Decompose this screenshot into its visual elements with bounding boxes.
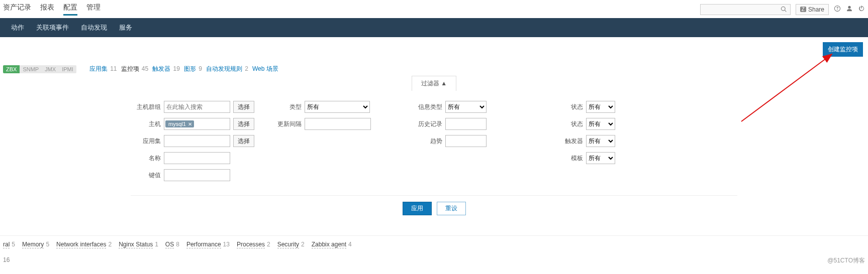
top-menu-asset[interactable]: 资产记录 [3,3,31,16]
subnav-services[interactable]: 服务 [113,18,138,37]
filter-toggle: 过滤器 ▲ [0,76,868,91]
template-label: 模板 [553,154,583,163]
cat-memory[interactable]: Memory5 [22,241,49,248]
top-menu-config[interactable]: 配置 [63,3,77,16]
appset-input[interactable] [164,135,230,147]
sub-nav: 动作 关联项事件 自动发现 服务 [0,18,868,37]
hostgroup-label: 主机群组 [131,103,161,111]
interval-input[interactable] [305,118,371,130]
subnav-correlation[interactable]: 关联项事件 [30,18,75,37]
filter-trigger: 触发器 所有 [553,135,663,147]
top-right: Z Share [700,4,865,15]
filter-key: 键值 [131,169,261,181]
filter-trend: 趋势 [412,135,543,147]
filter-host: 主机 mysql1✕ 选择 [131,118,261,130]
help-icon[interactable] [834,5,841,14]
filter-history: 历史记录 [412,118,543,130]
watermark: @51CTO博客 [827,256,865,265]
infotype-select[interactable]: 所有 [445,101,487,113]
filter-status: 状态 所有 [553,101,663,113]
appset-select-button[interactable]: 选择 [233,135,254,147]
host-tag-chip: mysql1✕ [165,120,194,127]
tab-graphs[interactable]: 图形 9 [184,65,202,73]
bottom-line: 16 @51CTO博客 [0,253,868,268]
key-input[interactable] [164,169,230,181]
top-menu-admin[interactable]: 管理 [86,3,101,16]
filter-hostgroup: 主机群组 选择 [131,101,261,113]
filter-template: 模板 所有 [553,152,663,164]
filter-state: 状态 所有 [553,118,663,130]
hostgroup-input[interactable] [164,101,230,113]
cat-os[interactable]: OS8 [165,241,179,248]
filter-toggle-button[interactable]: 过滤器 ▲ [412,76,456,91]
tab-discovery-rules[interactable]: 自动发现规则 2 [206,65,248,73]
name-input[interactable] [164,152,230,164]
trigger-select[interactable]: 所有 [586,135,615,147]
search-icon [781,6,787,13]
state-label: 状态 [553,120,583,128]
top-menu-report[interactable]: 报表 [40,3,54,16]
cat-nginx[interactable]: Nginx Status1 [119,241,158,248]
create-item-button[interactable]: 创建监控项 [823,42,863,57]
jmx-badge: JMX [42,65,59,73]
trigger-label: 触发器 [553,137,583,146]
type-select[interactable]: 所有 [305,101,370,113]
apply-button[interactable]: 应用 [403,202,432,215]
host-type-row: ZBX SNMP JMX IPMI 应用集 11 监控项 45 触发器 19 图… [0,62,868,77]
cat-processes[interactable]: Processes2 [237,241,270,248]
interface-badges: ZBX SNMP JMX IPMI [3,65,76,73]
cat-ral[interactable]: ral5 [3,241,15,248]
status-label: 状态 [553,103,583,111]
z-icon: Z [800,7,806,12]
tab-items[interactable]: 监控项 45 [121,65,149,73]
category-stats: ral5 Memory5 Network interfaces2 Nginx S… [0,235,868,253]
power-icon[interactable] [858,5,865,14]
tab-web-scenarios[interactable]: Web 场景 [252,65,278,73]
infotype-label: 信息类型 [412,103,442,111]
tab-applications[interactable]: 应用集 11 [89,65,117,73]
subnav-discovery[interactable]: 自动发现 [75,18,113,37]
filter-type: 类型 所有 [271,101,402,113]
zbx-badge: ZBX [3,65,20,73]
filter-actions: 应用 重设 [131,195,737,215]
toolbar: 创建监控项 [0,37,868,62]
host-label: 主机 [131,120,161,128]
trend-input[interactable] [445,135,487,147]
filter-panel: 主机群组 选择 类型 所有 信息类型 所有 状态 所有 主机 mysql1✕ 选… [0,91,868,220]
state-select[interactable]: 所有 [586,118,615,130]
cat-network[interactable]: Network interfaces2 [56,241,112,248]
appset-label: 应用集 [131,137,161,146]
name-label: 名称 [131,154,161,163]
ipmi-badge: IPMI [59,65,76,73]
hostgroup-select-button[interactable]: 选择 [233,101,254,113]
cat-performance[interactable]: Performance13 [186,241,230,248]
trend-label: 趋势 [412,137,442,146]
filter-name: 名称 [131,152,261,164]
filter-appset: 应用集 选择 [131,135,261,147]
cat-zabbix-agent[interactable]: Zabbix agent4 [312,241,352,248]
share-label: Share [808,6,824,13]
key-label: 键值 [131,171,161,180]
status-select[interactable]: 所有 [586,101,615,113]
user-icon[interactable] [846,5,853,14]
reset-button[interactable]: 重设 [437,202,466,215]
top-nav: 资产记录 报表 配置 管理 Z Share [0,0,868,18]
template-select[interactable]: 所有 [586,152,615,164]
subnav-action[interactable]: 动作 [5,18,30,37]
bottom-count: 16 [3,256,10,265]
filter-interval: 更新间隔 [271,118,402,130]
snmp-badge: SNMP [20,65,42,73]
filter-infotype: 信息类型 所有 [412,101,543,113]
tab-triggers[interactable]: 触发器 19 [152,65,180,73]
interval-label: 更新间隔 [271,120,302,128]
history-input[interactable] [445,118,487,130]
share-button[interactable]: Z Share [796,4,829,15]
host-tag-remove-icon[interactable]: ✕ [188,121,192,127]
type-label: 类型 [271,103,302,111]
host-input[interactable]: mysql1✕ [164,118,230,130]
history-label: 历史记录 [412,120,442,128]
top-menu: 资产记录 报表 配置 管理 [3,3,101,16]
cat-security[interactable]: Security2 [277,241,305,248]
host-select-button[interactable]: 选择 [233,118,254,130]
global-search[interactable] [700,4,791,15]
